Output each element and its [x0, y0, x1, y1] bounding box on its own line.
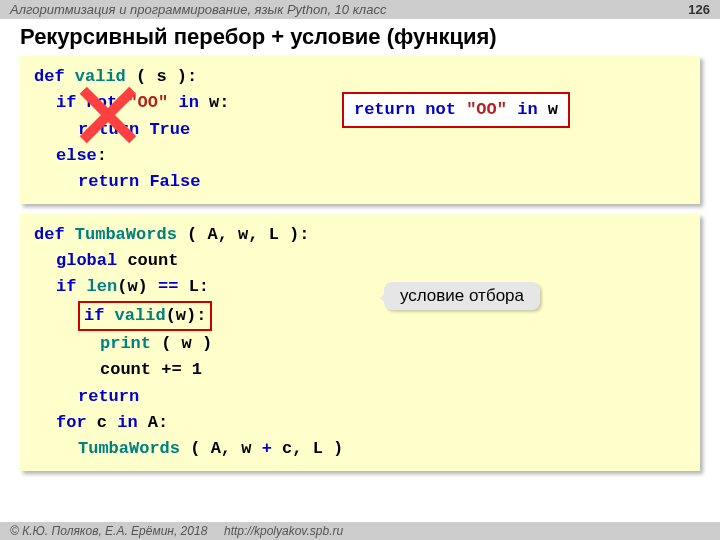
code-line: def TumbaWords ( A, w, L ): — [34, 222, 686, 248]
code-line: TumbaWords ( A, w + c, L ) — [78, 436, 686, 462]
code-line: return — [78, 384, 686, 410]
page-number: 126 — [688, 2, 710, 17]
header-bar: Алгоритмизация и программирование, язык … — [0, 0, 720, 19]
code-block-valid: def valid ( s ): if not "ОО" in w: retur… — [20, 56, 700, 204]
code-line: count += 1 — [100, 357, 686, 383]
code-line: else: — [56, 143, 686, 169]
page-title: Рекурсивный перебор + условие (функция) — [0, 19, 720, 56]
callout-condition: условие отбора — [384, 282, 540, 311]
copyright: © К.Ю. Поляков, Е.А. Ерёмин, 2018 — [10, 524, 207, 538]
footer-url: http://kpolyakov.spb.ru — [224, 524, 343, 538]
code-line: print ( w ) — [100, 331, 686, 357]
course-label: Алгоритмизация и программирование, язык … — [10, 2, 386, 17]
code-line: global count — [56, 248, 686, 274]
code-block-tumbawords: def TumbaWords ( A, w, L ): global count… — [20, 214, 700, 471]
code-line: for c in A: — [56, 410, 686, 436]
highlighted-condition: if valid(w): — [78, 301, 212, 331]
hint-return-not: return not "ОО" in w — [342, 92, 570, 128]
code-line: if len(w) == L: — [56, 274, 686, 300]
code-line: def valid ( s ): — [34, 64, 686, 90]
footer-bar: © К.Ю. Поляков, Е.А. Ерёмин, 2018 http:/… — [0, 522, 720, 540]
code-line: return False — [78, 169, 686, 195]
code-line: if valid(w): — [78, 301, 686, 331]
